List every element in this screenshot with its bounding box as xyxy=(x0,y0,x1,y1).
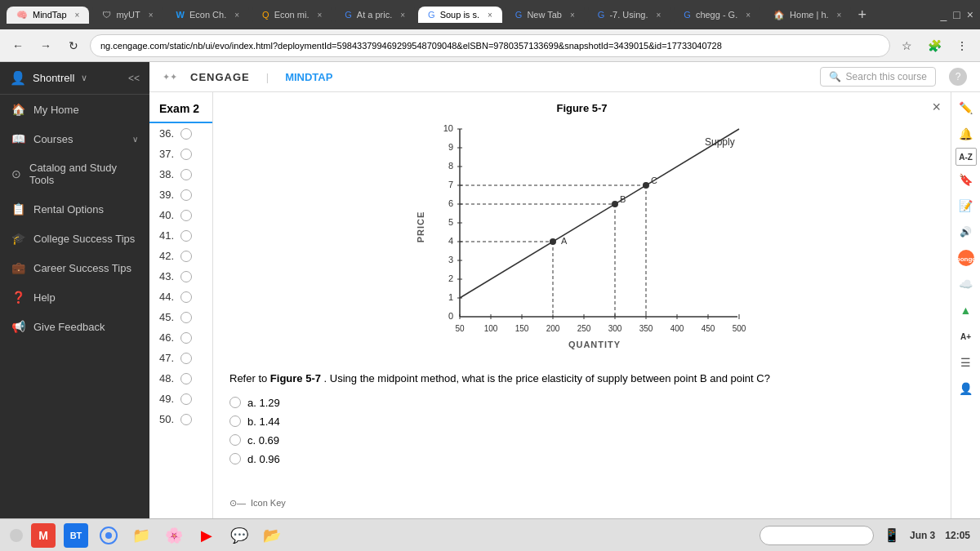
start-button[interactable] xyxy=(10,529,23,542)
question-item-47[interactable]: 47. xyxy=(149,348,212,368)
q-radio-44[interactable] xyxy=(180,291,192,303)
tab-close[interactable]: × xyxy=(488,11,492,20)
icon-key[interactable]: ⊙— Icon Key xyxy=(229,498,934,509)
q-radio-37[interactable] xyxy=(180,149,192,160)
forward-button[interactable]: → xyxy=(34,34,57,57)
sidebar-item-catalog[interactable]: ⊙ Catalog and Study Tools xyxy=(0,153,149,194)
folder-button[interactable]: 📂 xyxy=(260,523,284,548)
menu-button[interactable]: ⋮ xyxy=(951,34,973,57)
chat-button[interactable]: 💬 xyxy=(227,523,252,548)
maximize-button[interactable]: □ xyxy=(953,8,960,21)
back-button[interactable]: ← xyxy=(7,34,29,57)
question-item-45[interactable]: 45. xyxy=(149,307,212,327)
q-radio-36[interactable] xyxy=(180,128,192,140)
q-radio-40[interactable] xyxy=(180,210,192,221)
bookmark-tool-button[interactable]: 🔖 xyxy=(954,167,978,192)
tab-home[interactable]: 🏠 Home | h. × xyxy=(764,7,851,24)
refresh-button[interactable]: ↻ xyxy=(62,34,85,57)
sidebar-item-rental[interactable]: 📋 Rental Options xyxy=(0,194,149,224)
q-radio-49[interactable] xyxy=(180,393,192,405)
question-item-41[interactable]: 41. xyxy=(149,225,212,246)
drive-button[interactable]: ▲ xyxy=(954,298,978,322)
answer-option-b[interactable]: b. 1.44 xyxy=(229,415,934,428)
grade-button[interactable]: A+ xyxy=(954,324,978,349)
close-exam-button[interactable]: × xyxy=(932,99,941,116)
question-item-39[interactable]: 39. xyxy=(149,184,212,205)
bongo-button[interactable]: bongo xyxy=(954,246,978,270)
profile-button[interactable]: 👤 xyxy=(954,376,978,401)
search-course-box[interactable]: 🔍 Search this course xyxy=(820,67,936,87)
az-button[interactable]: A-Z xyxy=(956,148,977,166)
tab-new[interactable]: G New Tab × xyxy=(506,7,585,23)
header-help-button[interactable]: ? xyxy=(949,68,967,86)
photos-button[interactable]: 🌸 xyxy=(162,523,186,548)
files-button[interactable]: 📁 xyxy=(129,523,154,548)
answer-option-a[interactable]: a. 1.29 xyxy=(229,397,934,409)
tab-close[interactable]: × xyxy=(149,11,154,20)
sidebar-item-feedback[interactable]: 📢 Give Feedback xyxy=(0,312,149,341)
notifications-button[interactable]: 🔔 xyxy=(954,122,978,146)
q-radio-39[interactable] xyxy=(180,189,192,201)
extensions-button[interactable]: 🧩 xyxy=(923,34,946,57)
q-radio-41[interactable] xyxy=(180,230,192,242)
bookmark-star-button[interactable]: ☆ xyxy=(895,34,918,57)
chrome-button[interactable] xyxy=(96,523,121,548)
q-radio-50[interactable] xyxy=(180,414,192,425)
question-item-48[interactable]: 48. xyxy=(149,368,212,389)
minimize-button[interactable]: _ xyxy=(941,8,947,21)
list-tool-button[interactable]: ☰ xyxy=(954,350,978,375)
question-item-50[interactable]: 50. xyxy=(149,409,212,429)
tab-at-a-price[interactable]: G At a pric. × xyxy=(335,7,415,23)
tab-econ-ch[interactable]: W Econ Ch. × xyxy=(167,7,249,23)
tab-close[interactable]: × xyxy=(837,11,842,20)
question-item-36[interactable]: 36. xyxy=(149,123,212,144)
q-radio-38[interactable] xyxy=(180,169,192,180)
tab-close[interactable]: × xyxy=(746,11,751,20)
gmail-button[interactable]: M xyxy=(31,523,56,548)
address-bar[interactable] xyxy=(90,34,890,57)
q-radio-46[interactable] xyxy=(180,332,192,344)
tab-mindtap[interactable]: 🧠 MindTap × xyxy=(7,7,89,24)
q-radio-42[interactable] xyxy=(180,251,192,262)
sidebar-item-my-home[interactable]: 🏠 My Home xyxy=(0,95,149,124)
tab-close[interactable]: × xyxy=(317,11,322,20)
q-radio-47[interactable] xyxy=(180,353,192,364)
chevron-down-icon[interactable]: ∨ xyxy=(81,73,87,83)
tab-soup[interactable]: G Soup is s. × xyxy=(418,7,502,23)
radio-a[interactable] xyxy=(229,397,241,408)
taskbar-search[interactable] xyxy=(760,526,874,545)
answer-option-c[interactable]: c. 0.69 xyxy=(229,434,934,447)
youtube-button[interactable]: ▶ xyxy=(194,523,219,548)
tab-econ-mi[interactable]: Q Econ mi. × xyxy=(252,7,332,23)
sidebar-item-college-success[interactable]: 🎓 College Success Tips xyxy=(0,224,149,253)
tab-close[interactable]: × xyxy=(234,11,239,20)
pencil-tool-button[interactable]: ✏️ xyxy=(954,96,978,120)
tab-close[interactable]: × xyxy=(400,11,405,20)
q-radio-43[interactable] xyxy=(180,271,192,282)
tab-close[interactable]: × xyxy=(75,11,80,20)
q-radio-48[interactable] xyxy=(180,373,192,384)
tab-7-using[interactable]: G -7. Using. × xyxy=(588,7,670,23)
question-item-40[interactable]: 40. xyxy=(149,205,212,225)
question-item-38[interactable]: 38. xyxy=(149,164,212,184)
question-item-43[interactable]: 43. xyxy=(149,266,212,287)
radio-c[interactable] xyxy=(229,434,241,446)
notes-tool-button[interactable]: 📝 xyxy=(954,193,978,218)
question-item-44[interactable]: 44. xyxy=(149,287,212,307)
sidebar-item-career-success[interactable]: 💼 Career Success Tips xyxy=(0,253,149,282)
tab-myut[interactable]: 🛡 myUT × xyxy=(92,7,163,23)
question-item-42[interactable]: 42. xyxy=(149,246,212,266)
bt-button[interactable]: BT xyxy=(64,523,88,548)
tab-chegg[interactable]: G chegg - G. × xyxy=(674,7,760,23)
window-close-button[interactable]: × xyxy=(967,8,973,21)
tab-close[interactable]: × xyxy=(656,11,661,20)
question-item-49[interactable]: 49. xyxy=(149,389,212,409)
radio-d[interactable] xyxy=(229,453,241,464)
sidebar-collapse-button[interactable]: << xyxy=(128,73,140,84)
cloud-button[interactable]: ☁️ xyxy=(954,272,978,296)
q-radio-45[interactable] xyxy=(180,312,192,323)
new-tab-button[interactable]: + xyxy=(858,7,866,24)
sidebar-item-help[interactable]: ❓ Help xyxy=(0,282,149,312)
tab-close[interactable]: × xyxy=(570,11,575,20)
radio-b[interactable] xyxy=(229,415,241,427)
